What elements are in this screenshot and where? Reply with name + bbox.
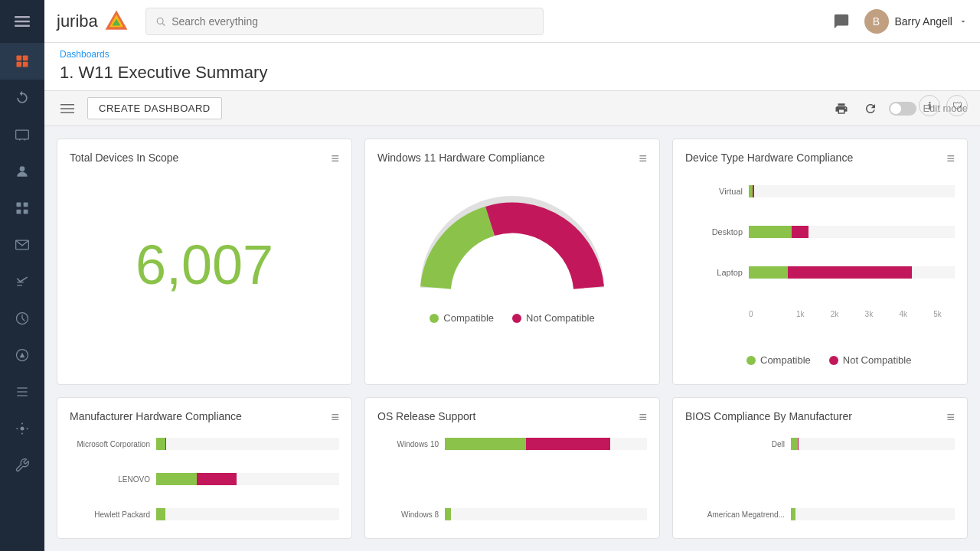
bar-track-microsoft (156, 438, 339, 450)
compatible-dot (746, 356, 756, 365)
navbar: juriba (44, 0, 980, 43)
device-type-bar-chart: Virtual Desktop (685, 173, 955, 372)
hamburger-menu[interactable] (0, 0, 44, 43)
axis-4k: 4k (886, 310, 920, 318)
bar-track-hp (156, 508, 339, 520)
svg-rect-1 (15, 21, 30, 23)
compatible-legend: Compatible (430, 312, 494, 324)
sidebar-item-explore[interactable] (0, 337, 44, 373)
not-compatible-label: Not Compatible (843, 354, 912, 366)
widget-menu-icon[interactable]: ≡ (639, 152, 647, 165)
bar-row-laptop: Laptop (685, 266, 955, 279)
sidebar-item-reports[interactable] (0, 300, 44, 337)
widget-header: Device Type Hardware Compliance ≡ (685, 152, 955, 165)
search-box[interactable] (145, 8, 544, 35)
bar-green-hp (156, 508, 165, 520)
not-compatible-dot (512, 314, 521, 323)
sidebar-item-mail[interactable] (0, 227, 44, 263)
edit-mode-switch[interactable] (889, 102, 916, 116)
bar-green-dell (791, 438, 798, 450)
shield-icon[interactable]: 🛡 (946, 95, 968, 116)
user-menu[interactable]: B Barry Angell (864, 9, 968, 34)
sub-header-icons: ℹ 🛡 (919, 95, 968, 116)
svg-rect-14 (24, 210, 28, 214)
widget-title: Windows 11 Hardware Compliance (377, 152, 545, 164)
widget-menu-icon[interactable]: ≡ (946, 410, 955, 424)
sidebar-item-apps[interactable] (0, 190, 44, 227)
info-icon[interactable]: ℹ (919, 95, 940, 116)
device-type-legend: Compatible Not Compatible (746, 354, 955, 366)
sidebar (0, 0, 44, 551)
bar-green-win8 (445, 508, 451, 520)
search-input[interactable] (172, 15, 534, 28)
manufacturer-bar-chart: Microsoft Corporation LENOVO (70, 432, 339, 531)
bar-green-laptop (749, 266, 788, 279)
bar-row-hp: Hewlett Packard (70, 508, 339, 520)
sidebar-item-users[interactable] (0, 153, 44, 190)
x-axis: 0 1k 2k 3k 4k 5k (749, 310, 955, 318)
bar-row-virtual: Virtual (685, 185, 955, 197)
bar-red-dell (798, 438, 799, 450)
widget-title: Total Devices In Scope (70, 152, 178, 164)
bar-green-lenovo (156, 473, 197, 485)
sidebar-item-refresh[interactable] (0, 80, 44, 116)
win11-compliance-widget: Windows 11 Hardware Compliance ≡ (364, 139, 660, 385)
compatible-label: Compatible (443, 312, 494, 324)
bar-label-laptop: Laptop (685, 268, 743, 277)
device-type-compliance-widget: Device Type Hardware Compliance ≡ Virtua… (672, 139, 968, 385)
logo-icon (103, 8, 130, 35)
widget-title: OS Release Support (377, 410, 475, 422)
widget-menu-icon[interactable]: ≡ (331, 152, 339, 165)
os-release-widget: OS Release Support ≡ Windows 10 Windows … (364, 397, 660, 539)
bar-row-win10: Windows 10 (377, 438, 647, 450)
widget-menu-icon[interactable]: ≡ (946, 152, 955, 165)
breadcrumb[interactable]: Dashboards (60, 49, 965, 60)
bar-label-ami: American Megatrend... (685, 510, 785, 519)
sidebar-item-tasks[interactable] (0, 263, 44, 300)
bar-track-win8 (445, 508, 647, 520)
create-dashboard-button[interactable]: CREATE DASHBOARD (87, 97, 222, 119)
axis-1k: 1k (783, 310, 818, 318)
sidebar-item-dashboard[interactable] (0, 43, 44, 80)
avatar: B (864, 9, 889, 34)
compatible-legend: Compatible (746, 354, 811, 366)
bios-compliance-widget: BIOS Compliance By Manufacturer ≡ Dell A… (672, 397, 968, 539)
nav-right: B Barry Angell (831, 9, 968, 34)
svg-point-10 (20, 166, 25, 171)
bar-label-desktop: Desktop (685, 227, 743, 236)
bar-red-microsoft (165, 438, 166, 450)
messages-icon[interactable] (831, 11, 852, 32)
not-compatible-label: Not Compatible (526, 312, 595, 324)
gauge-legend: Compatible Not Compatible (430, 312, 594, 324)
bar-label-dell: Dell (685, 440, 785, 448)
bar-green-win10 (445, 438, 526, 450)
widget-menu-icon[interactable]: ≡ (331, 410, 339, 424)
widget-title: Device Type Hardware Compliance (685, 152, 853, 164)
not-compatible-dot (829, 356, 838, 365)
bar-label-virtual: Virtual (685, 187, 743, 196)
bar-row-ami: American Megatrend... (685, 508, 955, 520)
gauge-container: Compatible Not Compatible (377, 173, 647, 331)
total-devices-value: 6,007 (70, 173, 339, 357)
not-compatible-legend: Not Compatible (512, 312, 595, 324)
sidebar-item-settings[interactable] (0, 410, 44, 447)
svg-rect-7 (16, 130, 29, 139)
print-icon[interactable] (831, 98, 852, 119)
bar-track-lenovo (156, 473, 339, 485)
bar-row-win8: Windows 8 (377, 508, 647, 520)
svg-line-29 (162, 23, 165, 25)
bar-red-laptop (788, 266, 911, 279)
sidebar-item-tools[interactable] (0, 447, 44, 484)
bar-green-ami (791, 508, 795, 520)
svg-rect-32 (60, 112, 74, 113)
refresh-icon[interactable] (860, 98, 881, 119)
sidebar-item-list[interactable] (0, 373, 44, 410)
widget-menu-icon[interactable]: ≡ (639, 410, 647, 424)
svg-rect-3 (17, 56, 22, 61)
svg-rect-11 (17, 203, 21, 207)
sidebar-item-devices[interactable] (0, 116, 44, 153)
search-icon (155, 16, 165, 27)
widget-header: Total Devices In Scope ≡ (70, 152, 339, 165)
bar-track-dell (791, 438, 955, 450)
sidebar-toggle[interactable] (57, 98, 78, 119)
